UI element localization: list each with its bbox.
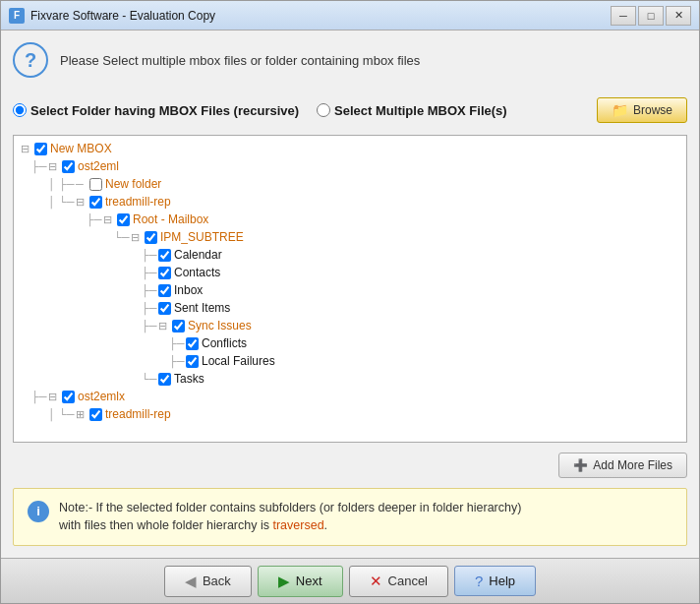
tree-checkbox[interactable]: [158, 302, 171, 315]
cancel-button[interactable]: ✕ Cancel: [349, 566, 448, 597]
note-text: Note:- If the selected folder contains s…: [59, 499, 521, 536]
radio-files[interactable]: [317, 103, 330, 117]
note-info-icon: i: [28, 501, 49, 522]
tree-checkbox[interactable]: [186, 337, 199, 350]
tree-checkbox[interactable]: [158, 267, 171, 279]
tree-checkbox[interactable]: [158, 284, 171, 297]
window-controls: ─ □ ✕: [611, 6, 691, 26]
add-more-files-button[interactable]: ➕ Add More Files: [558, 453, 687, 478]
tree-checkbox[interactable]: [34, 143, 47, 155]
tree-row: └─ ⊟ IPM_SUBTREE: [18, 228, 682, 246]
info-icon: ?: [13, 42, 48, 78]
tree-row: ├─ Sent Items: [18, 299, 682, 317]
tree-checkbox[interactable]: [117, 213, 130, 226]
close-button[interactable]: ✕: [666, 6, 691, 26]
tree-row: ├─ ⊟ ost2eml: [18, 157, 682, 175]
file-tree[interactable]: ⊟ New MBOX ├─ ⊟ ost2eml │ ├─ ─ New folde…: [13, 135, 687, 443]
tree-checkbox[interactable]: [158, 373, 171, 386]
tree-row: ├─ ⊟ Sync Issues: [18, 317, 682, 334]
tree-checkbox[interactable]: [89, 408, 102, 421]
header-text: Please Select multiple mbox files or fol…: [60, 53, 420, 68]
maximize-button[interactable]: □: [638, 6, 664, 26]
minimize-button[interactable]: ─: [611, 6, 636, 26]
tree-checkbox[interactable]: [62, 391, 75, 403]
footer: ◀ Back ▶ Next ✕ Cancel ? Help: [1, 558, 699, 603]
main-content: ? Please Select multiple mbox files or f…: [1, 30, 699, 558]
tree-row: └─ Tasks: [18, 370, 682, 388]
tree-row: ├─ Inbox: [18, 281, 682, 299]
tree-checkbox[interactable]: [89, 178, 102, 191]
next-icon: ▶: [278, 573, 290, 590]
tree-checkbox[interactable]: [158, 249, 171, 262]
title-bar: F Fixvare Software - Evaluation Copy ─ □…: [1, 1, 699, 30]
tree-row: ├─ ⊟ Root - Mailbox: [18, 211, 682, 228]
help-button[interactable]: ? Help: [454, 566, 536, 596]
back-button[interactable]: ◀ Back: [164, 566, 252, 597]
tree-row: ├─ Conflicts: [18, 334, 682, 352]
tree-row: ├─ Contacts: [18, 264, 682, 281]
cancel-icon: ✕: [370, 573, 382, 590]
add-more-row: ➕ Add More Files: [13, 451, 687, 480]
browse-button[interactable]: 📁 Browse: [597, 97, 687, 123]
tree-checkbox[interactable]: [62, 160, 75, 173]
tree-row: ├─ Calendar: [18, 246, 682, 264]
next-button[interactable]: ▶ Next: [258, 566, 343, 597]
radio-files-label[interactable]: Select Multiple MBOX File(s): [317, 103, 507, 118]
tree-row: │ └─ ⊞ treadmill-rep: [18, 405, 682, 423]
help-icon: ?: [475, 573, 483, 589]
window-title: Fixvare Software - Evaluation Copy: [30, 9, 611, 23]
tree-checkbox[interactable]: [145, 231, 157, 244]
back-icon: ◀: [185, 573, 197, 590]
tree-checkbox[interactable]: [186, 355, 199, 368]
tree-row: ⊟ New MBOX: [18, 140, 682, 157]
tree-row: ├─ Local Failures: [18, 352, 682, 370]
header-row: ? Please Select multiple mbox files or f…: [13, 42, 687, 86]
tree-row: ├─ ⊟ ost2emlx: [18, 388, 682, 405]
tree-row: │ ├─ ─ New folder: [18, 175, 682, 193]
add-icon: ➕: [573, 458, 588, 472]
tree-checkbox[interactable]: [89, 196, 102, 209]
browse-icon: 📁: [612, 102, 628, 118]
radio-folder-label[interactable]: Select Folder having MBOX Files (recursi…: [13, 103, 299, 118]
tree-checkbox[interactable]: [172, 320, 185, 332]
main-window: F Fixvare Software - Evaluation Copy ─ □…: [0, 0, 700, 604]
radio-folder[interactable]: [13, 103, 27, 117]
app-icon: F: [9, 8, 25, 24]
options-row: Select Folder having MBOX Files (recursi…: [13, 93, 687, 127]
tree-row: │ └─ ⊟ treadmill-rep: [18, 193, 682, 211]
note-box: i Note:- If the selected folder contains…: [13, 488, 687, 547]
